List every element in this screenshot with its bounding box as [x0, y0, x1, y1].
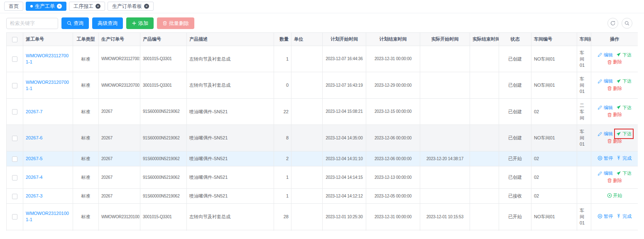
row-checkbox[interactable] — [12, 194, 17, 199]
column-header-prod_order: 生产订单号 — [99, 33, 140, 46]
column-header-type: 工单类型 — [73, 33, 99, 46]
refresh-icon — [610, 21, 615, 26]
tab-close-icon[interactable]: × — [144, 4, 149, 9]
work-order-link[interactable]: 20267-5 — [26, 156, 42, 161]
active-tab-dot-icon — [30, 5, 33, 7]
finish-button[interactable]: 完成 — [616, 213, 632, 219]
edit-button[interactable]: 编辑 — [597, 105, 613, 111]
row-checkbox[interactable] — [12, 175, 17, 180]
cell-status: 已创建 — [499, 72, 531, 99]
table-row: WMOWOR231201001-1标准WMOWOR231201001300101… — [7, 204, 638, 230]
cell-prod_order: 20267 — [99, 188, 140, 203]
row-checkbox[interactable] — [12, 109, 17, 115]
delete-button[interactable]: 删除 — [607, 112, 622, 118]
edit-button-label: 编辑 — [604, 78, 613, 84]
tab-close-icon[interactable]: × — [57, 4, 62, 9]
edit-button[interactable]: 编辑 — [597, 52, 613, 58]
cell-product_code: 3001015-Q3301 — [140, 46, 187, 72]
delete-button[interactable]: 删除 — [607, 59, 622, 65]
cell-product_desc: 喷油嘴偶件-SN521 — [187, 125, 274, 151]
work-order-link[interactable]: WMOWOR231207001-1 — [26, 80, 69, 91]
cell-actions: 编辑下达删除 — [591, 125, 638, 151]
column-header-actual_start: 实际开始时间 — [420, 33, 470, 46]
pause-icon — [597, 156, 602, 161]
delete-button-label: 删除 — [613, 59, 622, 65]
cell-unit — [291, 166, 323, 189]
tab-1[interactable]: 生产工单× — [26, 2, 66, 11]
cell-order-no: 20267-7 — [23, 98, 73, 125]
add-button[interactable]: 添加 — [126, 17, 154, 29]
refresh-button[interactable] — [607, 18, 618, 29]
cell-unit — [291, 151, 323, 166]
edit-button-label: 编辑 — [604, 52, 613, 58]
dispatch-button[interactable]: 下达 — [616, 105, 632, 111]
start-button[interactable]: 开始 — [607, 193, 622, 199]
advanced-query-button[interactable]: 高级查询 — [92, 17, 123, 29]
work-order-link[interactable]: WMOWOR231201001-1 — [26, 211, 69, 222]
dispatch-button[interactable]: 下达 — [616, 170, 632, 176]
cell-unit — [291, 230, 323, 231]
dispatch-button[interactable]: 下达 — [616, 52, 632, 58]
edit-button[interactable]: 编辑 — [597, 131, 613, 137]
cell-actual_end — [470, 188, 499, 203]
row-checkbox[interactable] — [12, 136, 17, 141]
row-checkbox[interactable] — [12, 83, 17, 88]
table-row: 20267-3标准2026791S60000N5219062喷油嘴偶件-SN52… — [7, 188, 638, 203]
work-order-link[interactable]: 20267-6 — [26, 135, 42, 140]
search-input[interactable] — [6, 18, 58, 29]
tab-3[interactable]: 生产订单看板× — [108, 2, 154, 11]
cell-status: 已开始 — [499, 151, 531, 166]
delete-button[interactable]: 删除 — [607, 85, 622, 92]
search-icon — [624, 21, 629, 26]
select-all-checkbox[interactable] — [12, 37, 17, 42]
cell-actual_end — [470, 125, 499, 151]
work-order-link[interactable]: 20267-4 — [26, 175, 42, 180]
cell-plan_start: 2023-11-27 10:16:06 — [323, 230, 366, 231]
row-checkbox-cell — [7, 46, 23, 72]
delete-button[interactable]: 删除 — [607, 138, 622, 144]
column-header-unit: 单位 — [291, 33, 323, 46]
cell-workshop_code: 02 — [531, 151, 577, 166]
dispatch-button[interactable]: 下达 — [616, 131, 632, 137]
send-icon — [616, 105, 621, 110]
cell-actual_start: 2023-12-20 14:38:17 — [420, 151, 470, 166]
batch-delete-button[interactable]: 批量删除 — [157, 17, 194, 29]
cell-plan_end: 2023-12-13 00:00:00 — [366, 166, 420, 189]
cell-workshop_desc — [577, 151, 591, 166]
cell-prod_order: 20267 — [99, 125, 140, 151]
cell-qty: 70 — [274, 230, 291, 231]
cell-prod_order: 20267 — [99, 151, 140, 166]
edit-button[interactable]: 编辑 — [597, 78, 613, 84]
row-checkbox[interactable] — [12, 156, 17, 162]
edit-button[interactable]: 编辑 — [597, 170, 613, 176]
query-button[interactable]: 查询 — [61, 17, 89, 29]
dispatch-button[interactable]: 下达 — [616, 78, 632, 84]
table-row: 20267-4标准2026791S60000N5219062喷油嘴偶件-SN52… — [7, 166, 638, 189]
row-checkbox[interactable] — [12, 56, 17, 62]
cell-product_desc: 左转向节及衬套总成 — [187, 230, 274, 231]
cell-workshop_desc: 车间01 — [577, 125, 591, 151]
finish-button[interactable]: 完成 — [616, 155, 632, 161]
toolbar: 查询 高级查询 添加 批量删除 — [0, 13, 644, 32]
work-order-link[interactable]: WMOWOR231127001-1 — [26, 53, 69, 64]
finish-icon — [616, 156, 621, 161]
cell-unit — [291, 204, 323, 230]
delete-button[interactable]: 删除 — [607, 178, 622, 184]
tab-2[interactable]: 工序报工× — [69, 2, 105, 11]
cell-plan_end: 2023-12-05 00:00:00 — [366, 188, 420, 203]
cell-status: 已接收 — [499, 188, 531, 203]
toggle-search-button[interactable] — [622, 18, 632, 29]
cell-product_code: 91S60000N5219062 — [140, 125, 187, 151]
cell-plan_start: 2023-12-04 14:31:10 — [323, 151, 366, 166]
tab-close-icon[interactable]: × — [95, 4, 100, 9]
cell-plan_start: 2023-12-04 14:12:12 — [323, 188, 366, 203]
dispatch-button-label: 下达 — [622, 78, 632, 84]
work-order-link[interactable]: 20267-3 — [26, 193, 42, 198]
tab-0[interactable]: 首页 — [4, 2, 23, 11]
cell-unit — [291, 125, 323, 151]
row-checkbox[interactable] — [12, 214, 17, 219]
pause-button[interactable]: 暂停 — [597, 213, 613, 219]
pause-button[interactable]: 暂停 — [597, 155, 613, 161]
cell-workshop_code: NO车间01 — [531, 230, 577, 231]
work-order-link[interactable]: 20267-7 — [26, 109, 42, 114]
